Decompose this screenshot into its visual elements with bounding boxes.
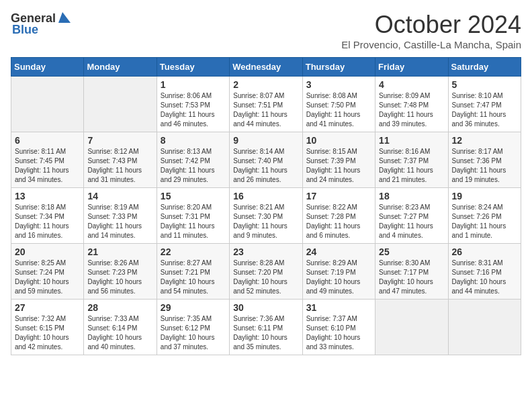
calendar-week-5: 27Sunrise: 7:32 AMSunset: 6:15 PMDayligh… (11, 300, 521, 355)
day-cell-27: 27Sunrise: 7:32 AMSunset: 6:15 PMDayligh… (11, 300, 84, 355)
day-cell-16: 16Sunrise: 8:21 AMSunset: 7:30 PMDayligh… (230, 188, 302, 244)
day-cell-3: 3Sunrise: 8:08 AMSunset: 7:50 PMDaylight… (302, 77, 375, 132)
day-info: Sunrise: 8:17 AMSunset: 7:36 PMDaylight:… (452, 147, 517, 185)
day-info: Sunrise: 8:13 AMSunset: 7:42 PMDaylight:… (161, 147, 226, 185)
day-number: 29 (161, 302, 226, 313)
svg-marker-0 (58, 12, 71, 23)
day-cell-2: 2Sunrise: 8:07 AMSunset: 7:51 PMDaylight… (230, 77, 302, 132)
day-number: 3 (306, 79, 371, 90)
day-info: Sunrise: 8:21 AMSunset: 7:30 PMDaylight:… (233, 203, 298, 240)
day-number: 15 (161, 191, 226, 201)
day-cell-21: 21Sunrise: 8:26 AMSunset: 7:23 PMDayligh… (84, 244, 157, 300)
day-info: Sunrise: 7:32 AMSunset: 6:15 PMDaylight:… (15, 314, 80, 352)
day-info: Sunrise: 7:37 AMSunset: 6:10 PMDaylight:… (306, 314, 371, 352)
day-cell-31: 31Sunrise: 7:37 AMSunset: 6:10 PMDayligh… (302, 300, 375, 355)
logo-icon (57, 11, 72, 26)
day-number: 18 (379, 191, 444, 201)
day-number: 7 (87, 135, 152, 146)
day-info: Sunrise: 8:22 AMSunset: 7:28 PMDaylight:… (306, 203, 371, 240)
weekday-header-row: SundayMondayTuesdayWednesdayThursdayFrid… (11, 58, 521, 77)
day-cell-20: 20Sunrise: 8:25 AMSunset: 7:24 PMDayligh… (11, 244, 84, 300)
day-cell-19: 19Sunrise: 8:24 AMSunset: 7:26 PMDayligh… (448, 188, 521, 244)
day-cell-28: 28Sunrise: 7:33 AMSunset: 6:14 PMDayligh… (84, 300, 157, 355)
day-cell-7: 7Sunrise: 8:12 AMSunset: 7:43 PMDaylight… (84, 132, 157, 188)
day-number: 5 (452, 79, 517, 90)
day-cell-14: 14Sunrise: 8:19 AMSunset: 7:33 PMDayligh… (84, 188, 157, 244)
day-cell-1: 1Sunrise: 8:06 AMSunset: 7:53 PMDaylight… (157, 77, 229, 132)
location-subtitle: El Provencio, Castille-La Mancha, Spain (341, 39, 521, 50)
day-number: 25 (379, 246, 444, 257)
day-cell-29: 29Sunrise: 7:35 AMSunset: 6:12 PMDayligh… (157, 300, 229, 355)
day-info: Sunrise: 8:24 AMSunset: 7:26 PMDaylight:… (452, 203, 517, 240)
day-number: 16 (233, 191, 298, 201)
empty-cell (11, 77, 84, 132)
day-number: 31 (306, 302, 371, 313)
calendar-week-4: 20Sunrise: 8:25 AMSunset: 7:24 PMDayligh… (11, 244, 521, 300)
day-cell-5: 5Sunrise: 8:10 AMSunset: 7:47 PMDaylight… (448, 77, 521, 132)
day-number: 1 (161, 79, 226, 90)
day-info: Sunrise: 8:31 AMSunset: 7:16 PMDaylight:… (452, 259, 517, 296)
day-info: Sunrise: 8:29 AMSunset: 7:19 PMDaylight:… (306, 259, 371, 296)
day-cell-30: 30Sunrise: 7:36 AMSunset: 6:11 PMDayligh… (230, 300, 302, 355)
day-number: 2 (233, 79, 298, 90)
day-cell-26: 26Sunrise: 8:31 AMSunset: 7:16 PMDayligh… (448, 244, 521, 300)
day-number: 4 (379, 79, 444, 90)
day-cell-15: 15Sunrise: 8:20 AMSunset: 7:31 PMDayligh… (157, 188, 229, 244)
day-number: 27 (15, 302, 80, 313)
day-cell-10: 10Sunrise: 8:15 AMSunset: 7:39 PMDayligh… (302, 132, 375, 188)
day-number: 17 (306, 191, 371, 201)
header: General Blue October 2024 El Provencio, … (11, 11, 521, 50)
day-number: 23 (233, 246, 298, 257)
day-number: 22 (161, 246, 226, 257)
weekday-header-sunday: Sunday (11, 58, 84, 77)
day-info: Sunrise: 8:14 AMSunset: 7:40 PMDaylight:… (233, 147, 298, 185)
logo: General Blue (11, 11, 73, 37)
day-info: Sunrise: 8:27 AMSunset: 7:21 PMDaylight:… (161, 259, 226, 296)
day-cell-17: 17Sunrise: 8:22 AMSunset: 7:28 PMDayligh… (302, 188, 375, 244)
day-info: Sunrise: 8:09 AMSunset: 7:48 PMDaylight:… (379, 91, 444, 129)
day-info: Sunrise: 8:30 AMSunset: 7:17 PMDaylight:… (379, 259, 444, 296)
day-cell-9: 9Sunrise: 8:14 AMSunset: 7:40 PMDaylight… (230, 132, 302, 188)
day-number: 19 (452, 191, 517, 201)
month-title: October 2024 (341, 11, 521, 39)
day-cell-23: 23Sunrise: 8:28 AMSunset: 7:20 PMDayligh… (230, 244, 302, 300)
calendar-week-1: 1Sunrise: 8:06 AMSunset: 7:53 PMDaylight… (11, 77, 521, 132)
day-info: Sunrise: 7:36 AMSunset: 6:11 PMDaylight:… (233, 314, 298, 352)
day-number: 8 (161, 135, 226, 146)
day-cell-11: 11Sunrise: 8:16 AMSunset: 7:37 PMDayligh… (375, 132, 448, 188)
day-cell-8: 8Sunrise: 8:13 AMSunset: 7:42 PMDaylight… (157, 132, 229, 188)
weekday-header-saturday: Saturday (448, 58, 521, 77)
empty-cell (448, 300, 521, 355)
day-info: Sunrise: 8:15 AMSunset: 7:39 PMDaylight:… (306, 147, 371, 185)
day-cell-6: 6Sunrise: 8:11 AMSunset: 7:45 PMDaylight… (11, 132, 84, 188)
calendar-table: SundayMondayTuesdayWednesdayThursdayFrid… (11, 57, 521, 355)
day-number: 10 (306, 135, 371, 146)
day-info: Sunrise: 8:19 AMSunset: 7:33 PMDaylight:… (87, 203, 152, 240)
day-cell-25: 25Sunrise: 8:30 AMSunset: 7:17 PMDayligh… (375, 244, 448, 300)
day-cell-12: 12Sunrise: 8:17 AMSunset: 7:36 PMDayligh… (448, 132, 521, 188)
day-info: Sunrise: 8:20 AMSunset: 7:31 PMDaylight:… (161, 203, 226, 240)
day-info: Sunrise: 7:35 AMSunset: 6:12 PMDaylight:… (161, 314, 226, 352)
empty-cell (84, 77, 157, 132)
day-info: Sunrise: 8:25 AMSunset: 7:24 PMDaylight:… (15, 259, 80, 296)
day-info: Sunrise: 7:33 AMSunset: 6:14 PMDaylight:… (87, 314, 152, 352)
weekday-header-monday: Monday (84, 58, 157, 77)
weekday-header-friday: Friday (375, 58, 448, 77)
day-cell-13: 13Sunrise: 8:18 AMSunset: 7:34 PMDayligh… (11, 188, 84, 244)
day-info: Sunrise: 8:07 AMSunset: 7:51 PMDaylight:… (233, 91, 298, 129)
day-info: Sunrise: 8:26 AMSunset: 7:23 PMDaylight:… (87, 259, 152, 296)
calendar-week-2: 6Sunrise: 8:11 AMSunset: 7:45 PMDaylight… (11, 132, 521, 188)
day-number: 26 (452, 246, 517, 257)
day-number: 11 (379, 135, 444, 146)
day-number: 12 (452, 135, 517, 146)
day-number: 21 (87, 246, 152, 257)
day-number: 6 (15, 135, 80, 146)
day-number: 30 (233, 302, 298, 313)
day-number: 20 (15, 246, 80, 257)
day-number: 28 (87, 302, 152, 313)
weekday-header-wednesday: Wednesday (230, 58, 302, 77)
day-cell-24: 24Sunrise: 8:29 AMSunset: 7:19 PMDayligh… (302, 244, 375, 300)
empty-cell (375, 300, 448, 355)
day-info: Sunrise: 8:16 AMSunset: 7:37 PMDaylight:… (379, 147, 444, 185)
day-number: 13 (15, 191, 80, 201)
